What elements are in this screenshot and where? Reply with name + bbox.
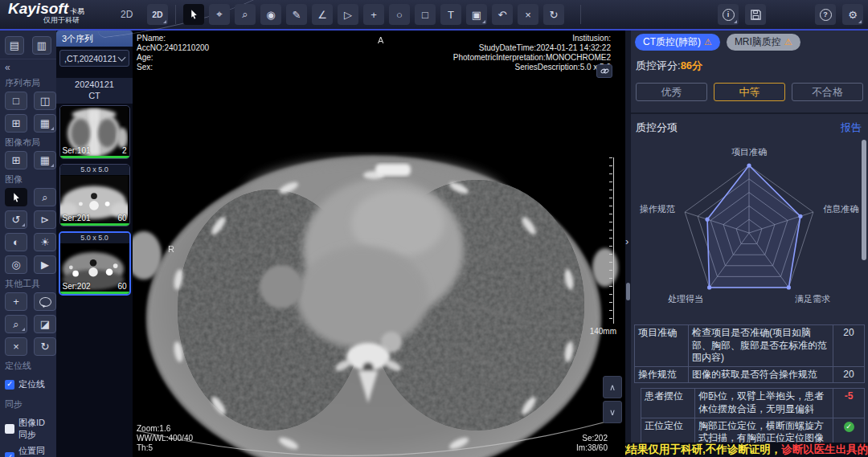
reset-view-button[interactable]: ↻	[543, 4, 564, 25]
warning-icon: ⚠	[784, 37, 792, 47]
series-thumbnail-202[interactable]: 5.0 x 5.0 Ser:20260	[59, 231, 131, 296]
text-annotation-tool-button[interactable]: T	[440, 4, 461, 25]
magnifier-icon: ⌕	[42, 191, 47, 204]
zoom-tool-button[interactable]: ⌕	[34, 188, 56, 206]
rect-roi-tool-button[interactable]: □	[415, 4, 436, 25]
collapse-sidebar-button[interactable]: «	[0, 59, 56, 73]
grid-3x3-icon: ▦	[40, 154, 50, 166]
eraser-button[interactable]: ◪	[34, 315, 56, 333]
slice-scroll-buttons: ∧ ∨	[603, 376, 622, 423]
scroll-down-button[interactable]: ∨	[603, 401, 622, 423]
delete-annotation-button[interactable]: ×	[518, 4, 538, 25]
point-marker-tool-button[interactable]: +	[363, 4, 384, 25]
grid-2x2-icon: ⊞	[12, 154, 21, 166]
toolbar-separator	[580, 5, 581, 24]
contrast-button[interactable]: ◐	[5, 233, 27, 251]
angle-measure-tool-button[interactable]: ∠	[312, 4, 333, 25]
local-magnify-button[interactable]: ⌕	[5, 315, 27, 333]
expand-panel-button[interactable]: ›	[625, 235, 628, 247]
image-count: 60	[117, 214, 126, 222]
invert-button[interactable]: ◎	[5, 255, 27, 274]
checkbox[interactable]	[5, 452, 14, 457]
zoom-tool-button[interactable]: ⌕	[235, 4, 256, 25]
scrollbar-thumb[interactable]	[626, 283, 630, 300]
length-measure-tool-button[interactable]: ✎	[286, 4, 307, 25]
grade-fail-button[interactable]: 不合格	[792, 83, 863, 101]
series-number: Ser:201	[63, 214, 91, 222]
checkbox-label: 定位线	[18, 378, 45, 390]
layout-3x3-button[interactable]: ▦	[34, 114, 56, 133]
svg-text:操作规范: 操作规范	[640, 204, 675, 214]
ellipse-roi-tool-button[interactable]: ○	[389, 4, 410, 25]
link-icon	[600, 67, 609, 75]
undo-button[interactable]: ↶	[492, 4, 513, 25]
delete-button[interactable]: ×	[5, 337, 27, 356]
pan-tool-button[interactable]: ⌖	[209, 4, 230, 25]
checkbox[interactable]	[5, 380, 14, 390]
rotate-left-button[interactable]: ↺	[5, 210, 27, 229]
report-panel-button[interactable]: ▥	[32, 36, 51, 55]
table-row: 项目准确 检查项目是否准确(项目如脑部、胸部、腹部是否在标准的范围内容) 20	[635, 325, 865, 367]
scroll-up-button[interactable]: ∧	[603, 376, 622, 398]
cursor-tool-button[interactable]	[5, 188, 27, 206]
checkbox[interactable]	[5, 424, 14, 434]
reset-button[interactable]: ↻	[34, 337, 56, 356]
annotation-panel-icon: ▣	[472, 9, 481, 21]
grade-excellent-button[interactable]: 优秀	[636, 83, 707, 101]
orientation-marker-right: R	[168, 244, 174, 254]
panel-scrollbar-thumb[interactable]	[862, 140, 866, 260]
grade-medium-button[interactable]: 中等	[714, 83, 785, 101]
window-level-tool-button[interactable]: ◉	[260, 4, 281, 25]
checkbox-label: 图像ID同步	[18, 417, 51, 441]
flip-icon: ⊳	[41, 214, 50, 226]
eraser-icon: ◪	[40, 318, 50, 330]
series-list-button[interactable]: ▤	[5, 36, 24, 55]
plus-icon: +	[371, 9, 377, 21]
layout-1x1-button[interactable]: □	[5, 92, 27, 110]
loaded-progress-bar	[60, 292, 129, 294]
tab-ct-lung-qc[interactable]: CT质控(肺部) ⚠	[635, 34, 720, 51]
image-annotation-tool-button[interactable]: ▣	[466, 4, 487, 25]
sync-position-checkbox[interactable]: 位置同步	[5, 445, 51, 457]
save-button[interactable]	[745, 4, 766, 25]
report-link[interactable]: 报告	[841, 120, 862, 135]
qc-score-value: 86分	[681, 59, 702, 71]
disclaimer-text-part2: 诊断以医生出具的诊断	[781, 443, 868, 455]
comment-button[interactable]	[34, 292, 56, 311]
main-image-viewport[interactable]: PName: AccNO:2401210200 Age: Sex: Instit…	[133, 31, 625, 457]
layout-2x2-icon: ⊞	[12, 117, 21, 129]
list-icon: ▤	[10, 39, 19, 51]
table-row: 操作规范 图像的获取是否符合操作规范 20	[635, 366, 865, 383]
about-button[interactable]: i	[718, 4, 739, 25]
flip-horizontal-button[interactable]: ⊳	[34, 210, 56, 229]
slice-info-overlay: Se:202 Im:38/60	[576, 434, 608, 453]
cine-play-button[interactable]: ▶	[34, 255, 56, 274]
localizer-checkbox[interactable]: 定位线	[5, 378, 51, 390]
layout-2d-button[interactable]: 2D	[147, 4, 168, 25]
subcriteria-name: 患者摆位	[641, 389, 695, 418]
pname-text: PName:	[137, 34, 209, 43]
image-layout-2x2-button[interactable]: ⊞	[5, 151, 27, 169]
layout-1x2-icon: ◫	[40, 95, 50, 107]
probe-tool-button[interactable]: ▷	[338, 4, 358, 25]
help-button[interactable]: ?	[815, 4, 836, 25]
cursor-tool-button[interactable]	[183, 4, 204, 25]
ct-axial-image[interactable]	[133, 31, 625, 457]
series-thumbnail-101[interactable]: Ser:1012	[59, 105, 130, 159]
thickness-text: Th:5	[137, 443, 193, 453]
series-thumbnail-201[interactable]: 5.0 x 5.0 Ser:20160	[59, 164, 130, 226]
zoom-text: Zoom:1.6	[137, 424, 193, 434]
tab-mri-brain-qc[interactable]: MRI脑质控 ⚠	[727, 34, 800, 51]
left-tool-sidebar: ▤ ▥ « 序列布局 □ ◫ ⊞ ▦ 图像布局 ⊞ ▦ 图像 ⌕	[0, 31, 56, 457]
brightness-button[interactable]: ☀	[34, 233, 56, 251]
layout-2x2-button[interactable]: ⊞	[5, 114, 27, 133]
add-marker-button[interactable]: +	[5, 292, 27, 311]
study-select-dropdown[interactable]: ,CT,20240121	[59, 50, 129, 67]
layout-1x2-button[interactable]: ◫	[34, 92, 56, 110]
link-series-button[interactable]	[596, 64, 612, 78]
image-layout-section-label: 图像布局	[0, 133, 56, 151]
sync-image-id-checkbox[interactable]: 图像ID同步	[5, 417, 51, 441]
window-level-icon: ◉	[266, 9, 275, 21]
image-layout-3x3-button[interactable]: ▦	[34, 151, 56, 169]
settings-button[interactable]: ⚙	[842, 4, 863, 25]
